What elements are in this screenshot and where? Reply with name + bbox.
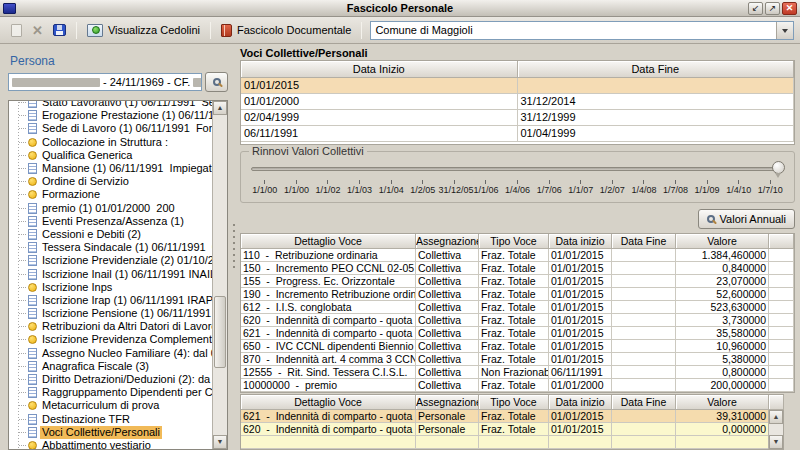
cell-valore: 0,800000 — [676, 366, 769, 379]
table-row[interactable]: 621 - Indennità di comparto - quota Fond… — [241, 410, 783, 423]
restore-down-button[interactable]: ↙ — [748, 2, 763, 15]
tree-item[interactable]: Abbattimento vestiario — [14, 439, 212, 449]
tree-item[interactable]: Metacurriculum di prova — [14, 399, 212, 412]
table-row[interactable]: 620 - Indennità di comparto - quota bila… — [241, 423, 783, 436]
column-header-dettaglio-voce[interactable]: Dettaglio Voce — [241, 234, 416, 249]
slider-tick-label: 1/7/08 — [660, 180, 692, 195]
tree-item[interactable]: Erogazione Prestazione (1) 06/11/1991 Fu… — [14, 109, 212, 122]
tree-item[interactable]: Eventi Presenza/Assenza (1) — [14, 215, 212, 228]
slider-thumb[interactable] — [772, 161, 785, 178]
period-row[interactable]: 01/01/2000 31/12/2014 — [241, 94, 794, 110]
table-row[interactable]: 620 - Indennità di comparto - quota bila… — [241, 314, 794, 327]
tree-item[interactable]: Iscrizione Inps — [14, 281, 212, 294]
tree-item[interactable]: premio (1) 01/01/2000 200 — [14, 202, 212, 215]
cell-valore: 39,310000 — [676, 410, 769, 423]
cell-valore: 0,000000 — [676, 423, 769, 436]
rinnovi-slider[interactable] — [249, 161, 786, 178]
tree-item[interactable]: Iscrizione Inail (1) 06/11/1991 INAIL - … — [14, 267, 212, 280]
period-row[interactable]: 06/11/1991 01/04/1999 — [241, 126, 794, 142]
table-row[interactable]: 621 - Indennità di comparto - quota Fond… — [241, 327, 794, 340]
tree-item[interactable]: Assegno Nucleo Familiare (4): dal 01/07/… — [14, 347, 212, 360]
tree-item-label: Qualifica Generica — [40, 149, 135, 162]
tree-item-label: Voci Collettive/Personali — [40, 426, 162, 439]
table-row[interactable]: 650 - IVC CCNL dipendenti Biennio 2010-2… — [241, 340, 794, 353]
table-row[interactable]: 12555 - Rit. Sind. Tessera C.I.S.L. Coll… — [241, 366, 794, 379]
fascicolo-documentale-button[interactable]: Fascicolo Documentale — [216, 20, 356, 41]
tree-item[interactable]: Voci Collettive/Personali — [14, 426, 212, 439]
new-button[interactable] — [6, 20, 27, 41]
maximize-button[interactable]: ↗ — [765, 2, 780, 15]
cell-tipo-voce: Fraz. Totale — [479, 340, 549, 353]
ente-combobox[interactable]: Comune di Maggioli — [370, 21, 794, 40]
cell-dettaglio-voce: 155 - Progress. Ec. Orizzontale — [241, 275, 416, 288]
table-row[interactable]: 10000000 - premio Collettiva Fraz. Total… — [241, 379, 794, 392]
column-header-valore[interactable]: Valore — [676, 234, 769, 249]
table-row[interactable]: 190 - Incremento Retribuzione ordinaria … — [241, 288, 794, 301]
table-row[interactable]: 870 - Indennità art. 4 comma 3 CCNL 16-7… — [241, 353, 794, 366]
tree-item[interactable]: Diritto Detrazioni/Deduzioni (2): da 1/2… — [14, 373, 212, 386]
tree-item[interactable]: Mansione (1) 06/11/1991 Impiegato — [14, 162, 212, 175]
column-header-tipo-voce[interactable]: Tipo Voce — [479, 234, 549, 249]
tree-item[interactable]: Iscrizione Previdenziale (2) 01/10/2015 … — [14, 254, 212, 267]
period-row[interactable]: 02/04/1999 31/12/1999 — [241, 110, 794, 126]
scroll-down-button[interactable]: ▼ — [769, 435, 783, 449]
column-header-valore[interactable]: Valore — [676, 395, 769, 410]
table-row[interactable]: 110 - Retribuzione ordinaria Collettiva … — [241, 249, 794, 262]
tree-item[interactable]: Anagrafica Fiscale (3) — [14, 360, 212, 373]
cell-assegnazione: Collettiva — [416, 275, 479, 288]
persona-search-button[interactable] — [205, 72, 228, 92]
tree-item[interactable]: Sede di Lavoro (1) 06/11/1991 Fores — [14, 122, 212, 135]
column-header-data-fine[interactable]: Data Fine — [518, 61, 795, 78]
panel-splitter[interactable] — [230, 44, 238, 450]
tree-item[interactable]: Collocazione in Struttura : — [14, 136, 212, 149]
tree-item[interactable]: Iscrizione Previdenza Complementare — [14, 333, 212, 346]
column-header-assegnazione[interactable]: Assegnazione — [416, 234, 479, 249]
tree-item[interactable]: Raggruppamento Dipendenti per Contabiliz… — [14, 386, 212, 399]
slider-tick-label: 31/12/05 — [439, 180, 471, 195]
visualizza-cedolini-button[interactable]: Visualizza Cedolini — [82, 20, 205, 41]
save-button[interactable] — [48, 20, 71, 41]
fascicolo-documentale-label: Fascicolo Documentale — [237, 24, 351, 36]
scroll-up-button[interactable]: ▲ — [769, 410, 783, 424]
scroll-up-button[interactable]: ▲ — [213, 101, 227, 115]
tree-item[interactable]: Ordine di Servizio — [14, 175, 212, 188]
tree-item[interactable]: Retribuzioni da Altri Datori di Lavoro — [14, 320, 212, 333]
tree-item[interactable]: Formazione — [14, 188, 212, 201]
personali-scrollbar[interactable]: ▲ ▼ — [768, 410, 783, 449]
table-row[interactable]: 155 - Progress. Ec. Orizzontale Colletti… — [241, 275, 794, 288]
tree-item[interactable]: Tessera Sindacale (1) 06/11/1991 CISL — [14, 241, 212, 254]
scrollbar-thumb[interactable] — [214, 296, 226, 368]
column-header-assegnazione[interactable]: Assegnazione — [416, 395, 479, 410]
delete-button[interactable]: ✕ — [27, 20, 48, 41]
table-row[interactable]: 612 - I.I.S. conglobata Collettiva Fraz.… — [241, 301, 794, 314]
tree-scrollbar[interactable]: ▲ ▼ — [212, 101, 227, 449]
tree-item[interactable]: Stato Lavorativo (1) 06/11/1991 Servizio… — [14, 100, 212, 109]
tree-item[interactable]: Destinazione TFR — [14, 413, 212, 426]
column-header-data-inizio[interactable]: Data inizio — [549, 395, 612, 410]
tree-item-label: Erogazione Prestazione (1) 06/11/1991 Fu… — [40, 109, 212, 122]
slider-track[interactable] — [251, 167, 784, 171]
tree-item-label: Eventi Presenza/Assenza (1) — [40, 215, 186, 228]
tree-connector — [19, 405, 26, 406]
tree-item[interactable]: Qualifica Generica — [14, 149, 212, 162]
column-header-data-fine[interactable]: Data Fine — [612, 395, 676, 410]
period-row[interactable]: 01/01/2015 — [241, 78, 794, 94]
cell-tipo-voce: Non Frazionabile — [479, 366, 549, 379]
tree-item-label: Iscrizione Previdenza Complementare — [40, 333, 212, 346]
column-header-data-inizio[interactable]: Data inizio — [549, 234, 612, 249]
column-header-data-inizio[interactable]: Data Inizio — [241, 61, 518, 78]
combobox-dropdown-button[interactable] — [776, 22, 793, 39]
table-row[interactable]: 150 - Incremento PEO CCNL 02-05 Colletti… — [241, 262, 794, 275]
cell-tipo-voce: Fraz. Totale — [479, 314, 549, 327]
column-header-data-fine[interactable]: Data Fine — [612, 234, 676, 249]
tree-item[interactable]: Iscrizione Pensione (1) 06/11/1991 CPDEL… — [14, 307, 212, 320]
tree-item[interactable]: Iscrizione Irap (1) 06/11/1991 IRAP - Im… — [14, 294, 212, 307]
column-header-dettaglio-voce[interactable]: Dettaglio Voce — [241, 395, 416, 410]
tree-item[interactable]: Cessioni e Debiti (2) — [14, 228, 212, 241]
column-header-tipo-voce[interactable]: Tipo Voce — [479, 395, 549, 410]
scroll-down-button[interactable]: ▼ — [213, 435, 227, 449]
persona-input[interactable]: - 24/11/1969 - CF. — [8, 73, 202, 91]
close-button[interactable]: ✕ — [782, 2, 797, 15]
valori-annuali-button[interactable]: Valori Annuali — [698, 209, 795, 229]
save-icon — [53, 24, 66, 36]
